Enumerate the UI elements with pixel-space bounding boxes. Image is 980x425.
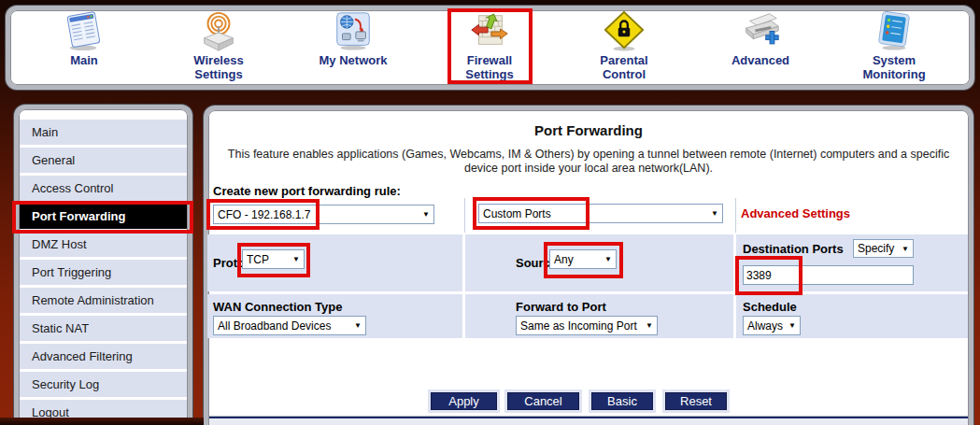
schedule-label: Schedule	[743, 300, 797, 314]
column-divider	[464, 198, 465, 233]
nav-label-parental-control: Parental Control	[583, 54, 665, 81]
nav-label-firewall-settings: Firewall Settings	[448, 54, 531, 81]
sidebar-item-label: DMZ Host	[32, 237, 87, 251]
advanced-icon	[704, 7, 817, 52]
application-select-value: Custom Ports	[483, 207, 551, 220]
sidebar-item-label: Access Control	[32, 181, 113, 195]
column-divider	[735, 198, 736, 233]
bottom-divider-light	[209, 418, 968, 425]
chevron-down-icon: ▼	[599, 255, 612, 263]
chevron-down-icon: ▼	[896, 245, 909, 253]
wan-connection-type-label: WAN Connection Type	[213, 300, 342, 314]
sidebar-item-label: Static NAT	[32, 321, 89, 335]
device-select[interactable]: CFO - 192.168.1.7 ▼	[213, 205, 434, 224]
basic-button[interactable]: Basic	[591, 392, 653, 410]
sidebar-item-port-triggering[interactable]: Port Triggering	[20, 260, 187, 285]
cancel-button-frame: Cancel	[504, 390, 582, 413]
main-icon	[28, 7, 140, 52]
sidebar-item-advanced-filtering[interactable]: Advanced Filtering	[20, 344, 187, 369]
schedule-select[interactable]: Always ▼	[743, 316, 801, 335]
nav-item-wireless-settings[interactable]: Wireless Settings	[163, 7, 275, 84]
chevron-down-icon: ▼	[783, 321, 796, 330]
sidebar-item-general[interactable]: General	[20, 148, 187, 173]
sidebar-item-label: Advanced Filtering	[32, 349, 133, 363]
my-network-icon	[297, 7, 409, 52]
parental-control-icon	[568, 7, 680, 52]
nav-item-firewall-settings[interactable]: Firewall Settings	[433, 7, 546, 84]
source-ports-select-value: Any	[554, 253, 574, 266]
nav-item-main[interactable]: Main	[28, 7, 140, 84]
wan-connection-type-select[interactable]: All Broadband Devices ▼	[213, 316, 366, 335]
sidebar-item-label: Port Forwarding	[32, 209, 125, 223]
page-title: Port Forwarding	[209, 122, 968, 138]
chevron-down-icon: ▼	[348, 321, 362, 330]
page-description: This feature enables applications (Games…	[209, 148, 968, 176]
application-select[interactable]: Custom Ports ▼	[478, 204, 723, 223]
destination-ports-label: Destination Ports	[743, 242, 844, 256]
wireless-icon	[163, 7, 275, 52]
wan-connection-type-value: All Broadband Devices	[218, 319, 331, 333]
sidebar-item-static-nat[interactable]: Static NAT	[20, 316, 187, 341]
apply-button-frame: Apply	[428, 390, 500, 413]
sidebar-item-security-log[interactable]: Security Log	[20, 372, 187, 397]
chevron-down-icon: ▼	[287, 255, 300, 263]
source-ports-select[interactable]: Any ▼	[549, 249, 617, 269]
page-description-line1: This feature enables applications (Games…	[209, 148, 968, 162]
cancel-button[interactable]: Cancel	[507, 392, 579, 410]
bottom-page-edge	[0, 418, 204, 425]
sidebar-item-access-control[interactable]: Access Control	[20, 176, 187, 201]
nav-label-system-monitoring: System Monitoring	[853, 54, 935, 81]
nav-label-advanced: Advanced	[719, 54, 802, 68]
protocol-select[interactable]: TCP ▼	[242, 249, 305, 269]
destination-ports-mode-select[interactable]: Specify ▼	[853, 239, 914, 258]
forward-to-port-select[interactable]: Same as Incoming Port ▼	[516, 316, 658, 335]
sidebar-item-label: Main	[32, 125, 58, 139]
firewall-icon	[433, 7, 546, 52]
advanced-settings-link[interactable]: Advanced Settings	[741, 206, 850, 220]
system-monitoring-icon	[838, 7, 950, 52]
chevron-down-icon: ▼	[640, 321, 653, 330]
nav-item-system-monitoring[interactable]: System Monitoring	[838, 7, 950, 84]
chevron-down-icon: ▼	[705, 209, 718, 218]
nav-label-wireless-settings: Wireless Settings	[178, 54, 260, 81]
sidebar-item-port-forwarding[interactable]: Port Forwarding	[20, 204, 187, 229]
reset-button-frame: Reset	[662, 390, 730, 413]
sidebar-item-label: General	[32, 153, 75, 167]
sidebar-item-label: Security Log	[32, 377, 99, 391]
basic-button-frame: Basic	[589, 390, 656, 413]
nav-label-main: Main	[43, 54, 125, 68]
device-select-value: CFO - 192.168.1.7	[218, 208, 310, 221]
forward-to-port-label: Forward to Port	[516, 300, 606, 314]
sidebar-item-main[interactable]: Main	[20, 120, 187, 145]
sidebar-item-label: Remote Administration	[32, 293, 154, 307]
sidebar-item-remote-administration[interactable]: Remote Administration	[20, 288, 187, 313]
nav-item-advanced[interactable]: Advanced	[704, 7, 817, 84]
protocol-select-value: TCP	[247, 253, 269, 266]
schedule-value: Always	[747, 319, 783, 333]
apply-button[interactable]: Apply	[431, 392, 497, 410]
chevron-down-icon: ▼	[417, 210, 430, 219]
nav-item-my-network[interactable]: My Network	[297, 7, 409, 84]
forward-to-port-value: Same as Incoming Port	[520, 319, 637, 333]
page-description-line2: device port inside your local area netwo…	[209, 162, 968, 176]
destination-port-input[interactable]	[743, 265, 914, 285]
nav-label-my-network: My Network	[312, 54, 394, 68]
create-rule-label: Create new port forwarding rule:	[213, 184, 401, 198]
nav-item-parental-control[interactable]: Parental Control	[568, 7, 680, 84]
sidebar-item-dmz-host[interactable]: DMZ Host	[20, 232, 187, 257]
sidebar-item-label: Port Triggering	[32, 265, 111, 279]
reset-button[interactable]: Reset	[665, 392, 727, 410]
destination-ports-mode-value: Specify	[858, 242, 894, 255]
